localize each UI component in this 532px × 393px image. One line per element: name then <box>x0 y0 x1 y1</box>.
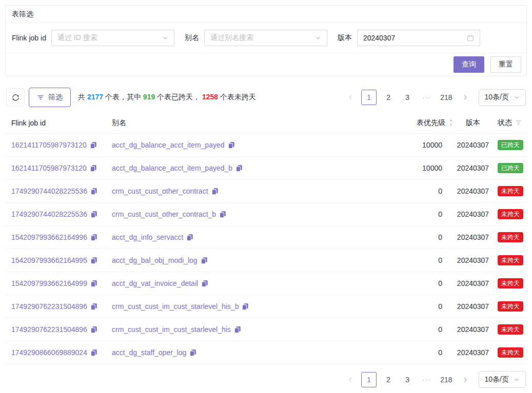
page-size-select[interactable]: 10条/页 <box>479 89 526 106</box>
table-header: Flink job id 别名 表优先级 版本 状态 <box>5 112 527 134</box>
table-row: 1542097993662164999 acct_dg_vat_invoice_… <box>5 272 527 295</box>
reset-button[interactable]: 重置 <box>490 56 521 73</box>
job-id-link[interactable]: 1749290744028225536 <box>11 187 87 195</box>
pagination-ellipsis[interactable]: ··· <box>419 372 434 387</box>
copy-icon[interactable] <box>234 326 241 333</box>
pagination-page-1[interactable]: 1 <box>361 372 377 387</box>
pagination-next[interactable] <box>459 90 471 105</box>
copy-icon[interactable] <box>90 280 97 287</box>
table-row: 1542097993662164995 acct_dg_bal_obj_modi… <box>5 249 527 272</box>
alias-link[interactable]: acct_dg_vat_invoice_detail <box>112 279 198 287</box>
copy-icon[interactable] <box>90 188 97 195</box>
column-filter-icon[interactable] <box>515 119 522 126</box>
pagination-prev[interactable] <box>344 372 357 387</box>
pagination-page-218[interactable]: 218 <box>438 372 454 387</box>
pagination-page-2[interactable]: 2 <box>381 372 396 387</box>
priority-value: 10000 <box>422 164 442 172</box>
stats-text: 共 <box>78 93 87 101</box>
copy-icon[interactable] <box>201 280 208 287</box>
column-header-priority: 表优先级 <box>377 118 454 128</box>
job-id-select[interactable]: 通过 ID 搜索 <box>51 30 174 46</box>
pagination-page-3[interactable]: 3 <box>400 372 415 387</box>
table: Flink job id 别名 表优先级 版本 状态 1621411705987… <box>5 112 527 364</box>
version-value: 20240307 <box>454 256 492 264</box>
sort-icon[interactable] <box>448 118 454 127</box>
table-row: 1621411705987973120 acct_dg_balance_acct… <box>5 157 527 180</box>
copy-icon[interactable] <box>211 188 219 195</box>
pagination-page-1[interactable]: 1 <box>361 90 377 105</box>
alias-label: 别名 <box>185 33 199 43</box>
table-row: 1749290762231504896 crm_cust_cust_im_cus… <box>5 295 527 318</box>
priority-value: 0 <box>438 210 442 218</box>
pagination-page-3[interactable]: 3 <box>400 90 415 105</box>
copy-icon[interactable] <box>90 211 97 218</box>
alias-link[interactable]: acct_dg_balance_acct_item_payed_b <box>112 164 232 172</box>
refresh-button[interactable] <box>6 88 25 107</box>
copy-icon[interactable] <box>90 141 97 149</box>
alias-link[interactable]: acct_dg_bal_obj_modi_log <box>112 256 198 264</box>
job-id-link[interactable]: 1621411705987973120 <box>11 141 87 149</box>
alias-select[interactable]: 通过别名搜索 <box>204 30 327 46</box>
alias-link[interactable]: crm_cust_cust_im_cust_starlevel_his_b <box>112 302 239 311</box>
status-badge: 已跨天 <box>498 140 523 150</box>
copy-icon[interactable] <box>242 303 249 310</box>
copy-icon[interactable] <box>189 349 196 356</box>
toolbar: 筛选 共 2177 个表，其中 919 个表已跨天， 1258 个表未跨天 12… <box>5 88 527 107</box>
version-value: 20240307 <box>454 164 492 172</box>
stats-text: 个表未跨天 <box>218 93 256 101</box>
copy-icon[interactable] <box>219 211 226 218</box>
version-label: 版本 <box>338 33 352 43</box>
table-row: 1621411705987973120 acct_dg_balance_acct… <box>5 134 527 157</box>
job-id-link[interactable]: 1542097993662164999 <box>11 279 87 287</box>
total-count: 2177 <box>87 93 103 101</box>
alias-link[interactable]: crm_cust_cust_im_cust_starlevel_his <box>112 325 231 334</box>
job-id-link[interactable]: 1621411705987973120 <box>11 164 87 172</box>
status-badge: 未跨天 <box>498 324 523 335</box>
alias-link[interactable]: acct_dg_staff_oper_log <box>112 348 186 357</box>
copy-icon[interactable] <box>228 141 235 149</box>
column-header-job-id: Flink job id <box>5 119 112 127</box>
status-badge: 已跨天 <box>498 163 523 173</box>
alias-link[interactable]: acct_dg_balance_acct_item_payed <box>112 141 225 149</box>
pagination-page-2[interactable]: 2 <box>381 90 396 105</box>
job-id-link[interactable]: 1749290762231504896 <box>11 325 87 334</box>
chevron-down-icon <box>162 35 168 41</box>
alias-link[interactable]: crm_cust_cust_other_contract <box>112 187 208 195</box>
pagination-page-218[interactable]: 218 <box>438 90 454 105</box>
priority-value: 0 <box>438 233 442 241</box>
pagination-next[interactable] <box>459 372 471 387</box>
filter-button[interactable]: 筛选 <box>29 88 71 107</box>
copy-icon[interactable] <box>235 164 243 172</box>
chevron-down-icon <box>514 94 520 100</box>
version-date-input[interactable]: 20240307 <box>357 30 480 46</box>
query-button[interactable]: 查询 <box>454 56 484 73</box>
copy-icon[interactable] <box>90 326 97 333</box>
job-id-link[interactable]: 1542097993662164995 <box>11 256 87 264</box>
column-header-version: 版本 <box>454 118 492 128</box>
job-id-link[interactable]: 1749290866069889024 <box>11 348 87 357</box>
pagination: 123···21810条/页 <box>344 371 526 388</box>
footer-pager: 123···21810条/页 <box>5 371 527 388</box>
priority-value: 0 <box>438 325 442 334</box>
filter-lines-icon <box>37 94 44 101</box>
status-badge: 未跨天 <box>498 347 523 358</box>
status-badge: 未跨天 <box>498 255 523 265</box>
priority-value: 0 <box>438 302 442 311</box>
copy-icon[interactable] <box>90 257 97 264</box>
copy-icon[interactable] <box>90 234 97 241</box>
table-row: 1749290762231504896 crm_cust_cust_im_cus… <box>5 318 527 341</box>
copy-icon[interactable] <box>186 234 193 241</box>
job-id-placeholder: 通过 ID 搜索 <box>57 33 97 43</box>
alias-link[interactable]: acct_dg_info_servacct <box>112 233 183 241</box>
alias-link[interactable]: crm_cust_cust_other_contract_b <box>112 210 216 218</box>
page-size-select[interactable]: 10条/页 <box>479 371 526 388</box>
pagination-prev[interactable] <box>344 90 357 105</box>
copy-icon[interactable] <box>90 349 97 356</box>
job-id-link[interactable]: 1542097993662164996 <box>11 233 87 241</box>
copy-icon[interactable] <box>90 164 97 172</box>
job-id-link[interactable]: 1749290744028225536 <box>11 210 87 218</box>
pagination-ellipsis[interactable]: ··· <box>419 90 434 105</box>
copy-icon[interactable] <box>201 257 208 264</box>
job-id-link[interactable]: 1749290762231504896 <box>11 302 87 311</box>
copy-icon[interactable] <box>90 303 97 310</box>
